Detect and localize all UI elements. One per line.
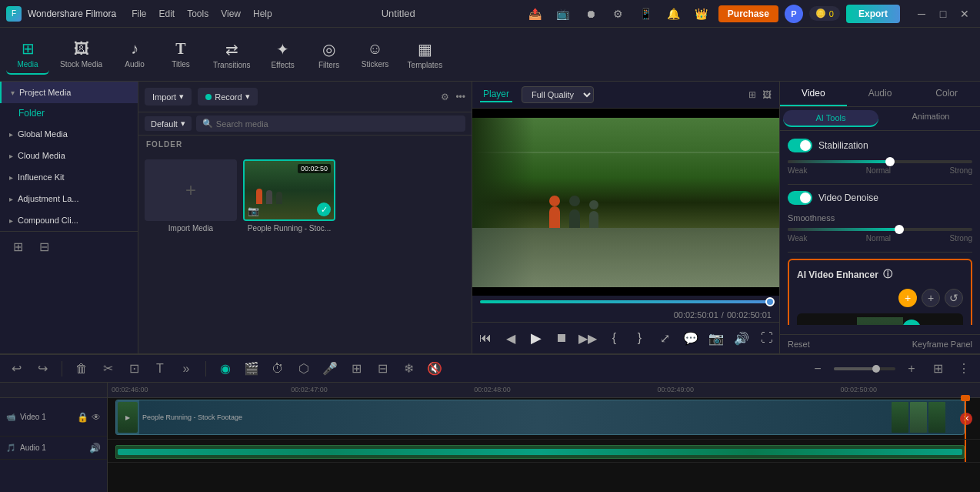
sidebar-item-cloud-media[interactable]: ▸ Cloud Media bbox=[0, 145, 138, 166]
search-input[interactable] bbox=[216, 119, 459, 129]
next-frame-icon[interactable]: ▶▶ bbox=[578, 327, 597, 349]
lock-icon[interactable]: 🔒 bbox=[77, 412, 88, 423]
maximize-button[interactable]: □ bbox=[934, 5, 952, 23]
eye-icon[interactable]: 👁 bbox=[92, 412, 101, 423]
screen-icon[interactable]: 📺 bbox=[552, 3, 574, 25]
image-icon[interactable]: 🖼 bbox=[762, 89, 772, 100]
progress-bar[interactable] bbox=[472, 296, 779, 308]
volume-icon[interactable]: 🔊 bbox=[733, 327, 749, 349]
tab-ai-tools[interactable]: AI Tools bbox=[783, 110, 878, 127]
sidebar-item-folder[interactable]: Folder bbox=[0, 103, 138, 123]
more-icon[interactable]: ••• bbox=[455, 92, 465, 102]
group-button[interactable]: ⊟ bbox=[372, 359, 392, 379]
toolbar-media[interactable]: ⊞ Media bbox=[6, 35, 49, 75]
minus-zoom-button[interactable]: − bbox=[808, 359, 828, 379]
purchase-button[interactable]: Purchase bbox=[718, 5, 778, 22]
plus-zoom-button[interactable]: + bbox=[902, 359, 922, 379]
mark-out-icon[interactable]: } bbox=[632, 327, 648, 349]
sidebar-item-global-media[interactable]: ▸ Global Media bbox=[0, 123, 138, 145]
menu-file[interactable]: File bbox=[132, 8, 146, 19]
tab-color[interactable]: Color bbox=[913, 82, 980, 106]
text-button[interactable]: T bbox=[150, 359, 170, 379]
undo-button[interactable]: ↩ bbox=[6, 359, 26, 379]
tab-player[interactable]: Player bbox=[480, 87, 512, 102]
player-icon[interactable]: ⏺ bbox=[580, 3, 602, 25]
toolbar-transitions[interactable]: ⇄ Transitions bbox=[205, 35, 258, 74]
mask-button[interactable]: ⬡ bbox=[294, 359, 314, 379]
reset-button[interactable]: Reset bbox=[788, 340, 810, 349]
export-button[interactable]: Export bbox=[846, 5, 900, 23]
video-denoise-toggle[interactable] bbox=[788, 191, 812, 205]
mark-in-icon[interactable]: { bbox=[606, 327, 622, 349]
sidebar-item-adjustment[interactable]: ▸ Adjustment La... bbox=[0, 188, 138, 209]
toolbar-stickers[interactable]: ☺ Stickers bbox=[354, 35, 397, 73]
menu-view[interactable]: View bbox=[221, 8, 241, 19]
record-button[interactable]: Record ▾ bbox=[198, 88, 257, 105]
import-media-thumb[interactable]: + bbox=[145, 159, 237, 221]
smoothness-slider[interactable] bbox=[788, 228, 972, 231]
voice-button[interactable]: 🎤 bbox=[320, 359, 340, 379]
menu-edit[interactable]: Edit bbox=[159, 8, 175, 19]
menu-tools[interactable]: Tools bbox=[187, 8, 208, 19]
bell-icon[interactable]: 🔔 bbox=[663, 3, 685, 25]
filter-icon[interactable]: ⚙ bbox=[441, 92, 449, 102]
tab-animation[interactable]: Animation bbox=[882, 107, 980, 130]
toolbar-titles[interactable]: T Titles bbox=[159, 35, 202, 73]
phone-icon[interactable]: 📱 bbox=[635, 3, 657, 25]
sidebar-item-influence-kit[interactable]: ▸ Influence Kit bbox=[0, 166, 138, 188]
toolbar-effects[interactable]: ✦ Effects bbox=[262, 35, 305, 74]
audio-clip[interactable] bbox=[115, 445, 965, 459]
stabilization-toggle[interactable] bbox=[788, 139, 812, 152]
play-button[interactable]: ▶ bbox=[528, 327, 544, 349]
redo-button[interactable]: ↪ bbox=[32, 359, 52, 379]
add-smart-icon[interactable]: ⊟ bbox=[34, 236, 54, 256]
tab-video[interactable]: Video bbox=[780, 82, 847, 106]
stop-icon[interactable]: ⏹ bbox=[553, 327, 569, 349]
sidebar-item-project-media[interactable]: ▾ Project Media bbox=[0, 82, 138, 103]
grid-view-icon[interactable]: ⊞ bbox=[748, 89, 756, 100]
skip-back-icon[interactable]: ⏮ bbox=[477, 327, 493, 349]
extract-icon[interactable]: ⤢ bbox=[657, 327, 673, 349]
split-button[interactable]: ⊞ bbox=[346, 359, 366, 379]
add-plus-button[interactable]: + bbox=[922, 289, 940, 307]
sidebar-item-compound[interactable]: ▸ Compound Cli... bbox=[0, 209, 138, 231]
close-clip-button[interactable]: ✕ bbox=[960, 413, 972, 425]
freeze-button[interactable]: ❄ bbox=[398, 359, 418, 379]
refresh-button[interactable]: ↺ bbox=[945, 289, 963, 307]
toolbar-filters[interactable]: ◎ Filters bbox=[308, 35, 351, 74]
subtitle-icon[interactable]: 💬 bbox=[682, 327, 698, 349]
speed-button[interactable]: ⏱ bbox=[268, 359, 288, 379]
share-icon[interactable]: 📤 bbox=[525, 3, 546, 25]
zoom-slider[interactable] bbox=[834, 367, 895, 370]
video-clip[interactable]: ▶ People Running - Stock Footage bbox=[115, 400, 965, 435]
toolbar-stock-media[interactable]: 🖼 Stock Media bbox=[52, 35, 110, 73]
tab-audio[interactable]: Audio bbox=[847, 82, 914, 106]
toolbar-templates[interactable]: ▦ Templates bbox=[400, 35, 451, 74]
snapshot-icon[interactable]: 📷 bbox=[708, 327, 724, 349]
more-options-button[interactable]: ⋮ bbox=[954, 359, 974, 379]
menu-help[interactable]: Help bbox=[253, 8, 272, 19]
profile-avatar[interactable]: P bbox=[785, 5, 803, 23]
fullscreen-icon[interactable]: ⛶ bbox=[758, 327, 775, 349]
settings-icon[interactable]: ⚙ bbox=[608, 3, 629, 25]
mute-button[interactable]: 🔇 bbox=[425, 359, 445, 379]
cut-button[interactable]: ✂ bbox=[98, 359, 118, 379]
delete-button[interactable]: 🗑 bbox=[72, 359, 92, 379]
prev-frame-icon[interactable]: ◀ bbox=[502, 327, 518, 349]
sort-button[interactable]: Default ▾ bbox=[145, 116, 192, 131]
trim-button[interactable]: ⊡ bbox=[124, 359, 144, 379]
grid-toggle-button[interactable]: ⊞ bbox=[928, 359, 948, 379]
audio-volume-icon[interactable]: 🔊 bbox=[89, 443, 101, 454]
add-effect-button[interactable]: + bbox=[898, 289, 917, 307]
video-clip-thumb[interactable]: 00:02:50 📷 ✓ bbox=[243, 159, 335, 221]
keyframe-panel-button[interactable]: Keyframe Panel bbox=[912, 340, 972, 349]
stabilization-slider[interactable] bbox=[788, 160, 972, 163]
import-button[interactable]: Import ▾ bbox=[145, 88, 192, 105]
close-button[interactable]: ✕ bbox=[955, 5, 974, 23]
toolbar-audio[interactable]: ♪ Audio bbox=[113, 35, 156, 73]
add-folder-icon[interactable]: ⊞ bbox=[8, 236, 28, 256]
more-tools-icon[interactable]: » bbox=[176, 359, 196, 379]
auto-enhance-button[interactable]: ◉ bbox=[215, 359, 235, 379]
quality-select[interactable]: Full Quality bbox=[522, 86, 594, 103]
minimize-button[interactable]: ─ bbox=[912, 5, 931, 23]
